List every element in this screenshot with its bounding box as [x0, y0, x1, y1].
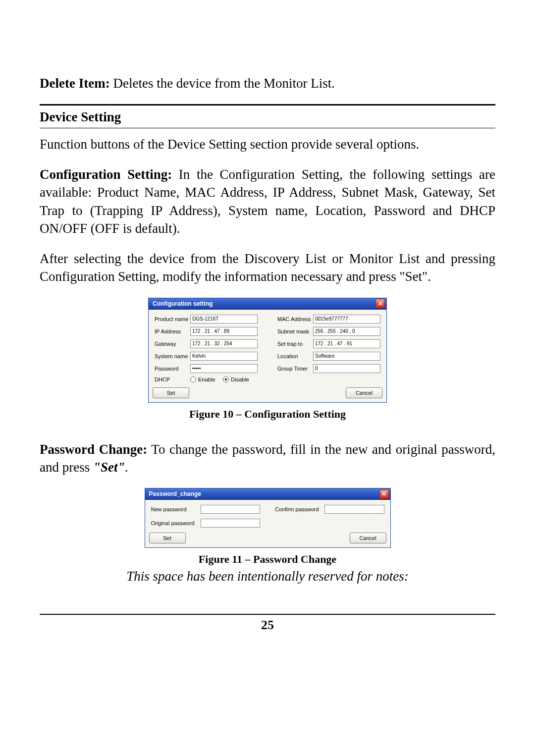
label-password: Password [155, 366, 190, 372]
dialog-title: Password_change [149, 490, 201, 497]
paragraph-delete-item: Delete Item: Deletes the device from the… [40, 74, 495, 92]
delete-item-text: Deletes the device from the Monitor List… [110, 76, 335, 91]
label-new-password: New password [151, 506, 201, 512]
config-label: Configuration Setting: [40, 167, 172, 182]
dialog-titlebar: Password_change ✕ [145, 488, 390, 500]
confirm-password-field[interactable] [324, 505, 384, 514]
dhcp-enable-radio[interactable]: Enable [190, 377, 215, 382]
document-page: Delete Item: Deletes the device from the… [0, 0, 535, 756]
product-name-field[interactable]: DGS-1216T [190, 315, 258, 324]
pwd-period: . [125, 460, 128, 475]
gateway-field[interactable]: 172 . 21 . 32 . 254 [190, 339, 258, 348]
label-original-password: Original password [151, 520, 201, 526]
dialog-button-row: Set Cancel [145, 533, 390, 547]
dialog-button-row: Set Cancel [149, 387, 386, 402]
label-dhcp: DHCP [155, 377, 190, 382]
label-ip: IP Address [155, 328, 190, 334]
location-field[interactable]: Software [313, 352, 380, 361]
label-grouptimer: Group Timer [277, 366, 313, 372]
set-button[interactable]: Set [153, 387, 189, 398]
dialog-titlebar: Configuration setting ✕ [149, 298, 386, 310]
paragraph-after: After selecting the device from the Disc… [40, 250, 495, 286]
label-settrap: Set trap to [277, 341, 313, 347]
dialog-body: New password Confirm password Original p… [145, 500, 390, 533]
label-confirm-password: Confirm password [275, 506, 324, 512]
paragraph-intro: Function buttons of the Device Setting s… [40, 135, 495, 153]
section-divider-top [40, 104, 495, 106]
footer-rule [40, 614, 495, 615]
notes-placeholder: This space has been intentionally reserv… [40, 569, 495, 584]
label-mac: MAC Address [277, 316, 313, 322]
dialog-title: Configuration setting [153, 300, 213, 307]
configuration-setting-dialog: Configuration setting ✕ Product name DGS… [148, 298, 387, 403]
close-icon[interactable]: ✕ [379, 489, 389, 499]
label-subnet: Subnet mask [277, 328, 313, 334]
cancel-button[interactable]: Cancel [346, 387, 382, 398]
settrap-field[interactable]: 172 . 21 . 47 . 91 [313, 339, 380, 348]
password-change-dialog: Password_change ✕ New password Confirm p… [145, 488, 391, 548]
new-password-field[interactable] [201, 505, 261, 514]
device-setting-heading: Device Setting [40, 109, 495, 125]
figure11-caption: Figure 11 – Password Change [40, 553, 495, 566]
mac-field[interactable]: 0015e9777777 [313, 315, 380, 324]
paragraph-config: Configuration Setting: In the Configurat… [40, 165, 495, 238]
set-button[interactable]: Set [149, 533, 186, 543]
radio-disable-label: Disable [231, 377, 249, 382]
paragraph-password-change: Password Change: To change the password,… [40, 440, 495, 477]
figure10-caption: Figure 10 – Configuration Setting [40, 408, 495, 421]
cancel-button[interactable]: Cancel [350, 533, 386, 543]
page-number: 25 [40, 618, 495, 633]
subnet-field[interactable]: 255 . 255 . 240 . 0 [313, 327, 380, 336]
label-location: Location [277, 353, 313, 359]
sysname-field[interactable]: Kelvin [190, 352, 258, 361]
pwd-set-word: "Set" [93, 460, 125, 475]
dhcp-radio-group: Enable Disable [190, 377, 380, 382]
grouptimer-field[interactable]: 0 [313, 364, 380, 373]
section-divider-thin [40, 128, 495, 128]
label-sysname: System name [155, 353, 190, 359]
ip-field[interactable]: 172 . 21 . 47 . 89 [190, 327, 258, 336]
label-gateway: Gateway [155, 341, 190, 347]
pwd-label: Password Change: [40, 442, 147, 457]
password-field[interactable]: ••••• [190, 364, 258, 373]
close-icon[interactable]: ✕ [375, 299, 385, 308]
dialog-body: Product name DGS-1216T MAC Address 0015e… [149, 310, 386, 387]
delete-item-label: Delete Item: [40, 76, 110, 91]
radio-enable-label: Enable [198, 377, 215, 382]
dhcp-disable-radio[interactable]: Disable [223, 377, 249, 382]
original-password-field[interactable] [201, 519, 261, 528]
label-product-name: Product name [155, 316, 190, 322]
